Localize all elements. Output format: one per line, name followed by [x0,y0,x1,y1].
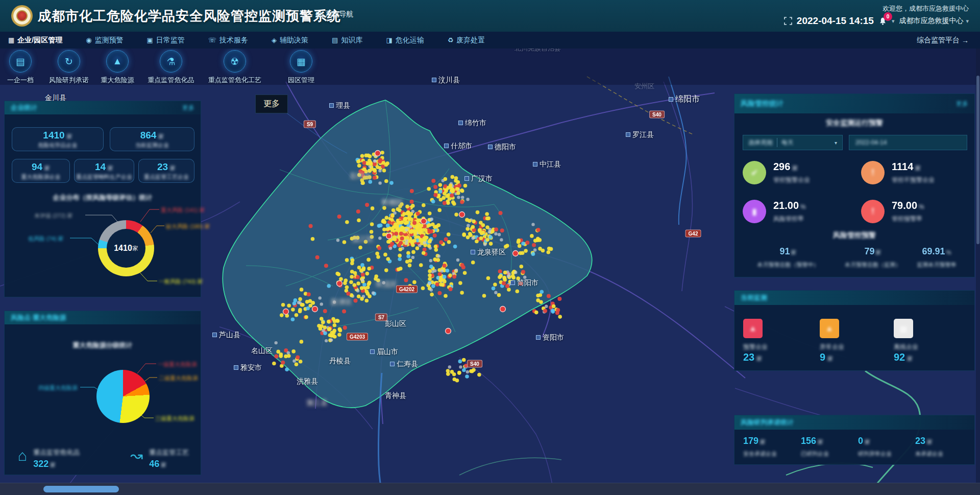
stat-box[interactable]: 23家 重点监管工艺企业 [138,159,194,183]
system-nav-button[interactable]: ⊞ 系统导航 [312,9,357,19]
period-select-value: 每天 [781,138,794,147]
map-label: 仁寿县 [390,360,418,369]
enterprise-risk-donut-wrap: 1410 家 [98,220,154,276]
nav-item-icon: ▦ [8,36,14,44]
commitment-kpi-value: 23 [915,436,925,446]
subnav: ▤ 一企一档 ↻ 风险研判承诺 ▲ 重大危险源 ⚗ 重点监管危化品 ☢ 重点监管… [0,50,357,87]
subnav-item-icon: ↻ [58,50,80,73]
kpi-label: 风险管控率 [773,215,806,223]
datetime: 2022-04-15 14:15 [797,15,874,27]
subnav-item-label: 重点监管危化工艺 [199,76,271,85]
subnav-item[interactable]: ⚗ 重点监管危化品 [135,50,207,85]
hazard-kpi-value: 46 [149,459,159,469]
arrow-right-icon: → [962,36,969,44]
platform-link[interactable]: 综合监管平台 → [914,35,972,45]
commitment-kpi-label: 已研判企业 [801,450,857,458]
horizontal-scrollbar-thumb[interactable] [43,486,119,492]
nav-item[interactable]: ◉ 监测预警 [86,36,123,45]
fullscreen-icon[interactable] [784,17,792,25]
nav-item[interactable]: ▤ 知识库 [332,36,362,45]
map-label: 什邡市 [444,142,472,151]
map-label: 蒲江县 [306,398,328,408]
subnav-item[interactable]: ▦ 园区管理 [265,50,337,85]
panel-header: 风险研判承诺统计 [734,415,974,430]
map-label: 德阳市 [488,143,516,152]
hazard-kpi-value: 322 [33,459,48,469]
kpi-label: 管控不预警企业 [892,176,935,184]
stat-label: 危险化学品企业 [12,142,103,149]
subnav-item[interactable]: ☢ 重点监管危化工艺 [199,50,271,85]
vertical-scrollbar-thumb[interactable] [976,76,979,244]
monitoring-kpi-icon: ▲ [820,319,839,338]
hazard-kpi: ↝ 重点监管工艺 46家 [130,448,189,469]
kpi-icon: ▮ [743,200,766,223]
panel-title: 风险管控统计 [741,99,783,108]
kpi-value: 1114 [892,161,913,172]
subnav-item-icon: ☢ [224,50,246,73]
stat-box[interactable]: 94家 重大危险源企业 [12,159,70,183]
bottom-bar [0,483,980,495]
stat-label: 监测本月预警率 [906,261,967,269]
nav-item[interactable]: ♻ 废弃处置 [448,36,485,45]
nav-item[interactable]: ◨ 危化运输 [386,36,424,45]
stat-box[interactable]: 14家 重点监管物料生产企业 [74,159,134,183]
map-label: 彭山区 [385,319,406,328]
stat-box[interactable]: 864家 当前监测企业 [110,127,194,151]
legend-item: 一级重大危险源 [158,361,197,368]
kpi-label: 管控预警企业 [773,176,810,184]
legend-item: 较大风险 (180) 家 [166,223,210,230]
legend-item: 低风险 (74) 家 [28,235,64,243]
panel-header: 当前监测 [734,291,974,305]
map-label: 洪雅县 [297,377,318,386]
nav-item[interactable]: ◈ 辅助决策 [272,36,308,45]
platform-link-label: 综合监管平台 [917,36,960,45]
nav-item[interactable]: ☏ 技术服务 [208,36,248,45]
subnav-item-label: 园区管理 [265,76,337,85]
donut-chart-title: 企业分布（按风险等级评估）统计 [5,193,201,202]
monitoring-kpi-icon: ▦ [894,319,913,338]
notification-bell-icon[interactable]: 0 [878,17,887,26]
map-more-button[interactable]: 更多 [255,95,288,113]
commitment-kpi: 0家 研判异常企业 [858,436,914,458]
kpi-label: 管控报警率 [892,215,924,223]
stat-item: 91家 本月预警总数（预警中） [750,246,826,269]
panel-more-link[interactable]: 更多 [956,100,968,108]
commitment-kpi: 23家 未承诺企业 [915,436,971,458]
panel-enterprise-stats: 企业统计 更多 1410家 危险化学品企业 864家 当前监测企业 94家 重大… [4,101,201,297]
map-label: 中江县 [533,160,561,169]
emblem-inner [16,10,28,21]
commitment-kpi-value: 156 [801,436,816,446]
panel-commitment-stats: 风险研判承诺统计 179家 安全承诺企业 156家 已研判企业 0家 研判异常企… [734,415,975,465]
nav-item-icon: ♻ [448,36,454,44]
stat-value: 864 [140,130,157,140]
nav-item[interactable]: ▣ 日常监管 [147,36,185,45]
nav-item-icon: ◉ [86,36,91,44]
panel-header: 企业统计 更多 [5,101,201,114]
map-label: 简阳市 [510,278,538,288]
nav-item-label: 企业/园区管理 [17,36,62,45]
stat-value: 14 [95,161,106,172]
monitoring-kpi-label: 预警企业 [743,343,815,351]
stat-label: 重点监管物料生产企业 [75,173,134,181]
hazard-kpi: ⌂ 重点监管危化品 322家 [18,448,80,469]
nav-item[interactable]: ▦ 企业/园区管理 [8,36,62,45]
user-name: 成都市应急救援中心 [899,16,963,26]
map-label: 丹棱县 [329,357,351,366]
stat-box[interactable]: 1410家 危险化学品企业 [12,127,104,151]
kpi-item: ▮ 21.00% 风险管控率 [743,195,861,228]
user-menu[interactable]: 成都市应急救援中心 ▾ [899,16,969,26]
nav-item-label: 废弃处置 [456,36,485,45]
vertical-scrollbar[interactable] [976,45,980,483]
kpi-item: ✔ 296家 管控预警企业 [743,156,861,189]
road-shield-badge: S9 [304,121,316,128]
stat-item: 79家 本月预警总数（监测） [835,246,911,269]
monitoring-kpi-label: 离线企业 [894,343,965,351]
stat-value: 94 [32,161,42,172]
road-shield-badge: S7 [375,314,387,321]
date-input[interactable]: 2022-04-14 [849,135,967,150]
nav-item-icon: ☏ [208,36,216,44]
nav-item-label: 知识库 [341,36,362,45]
panel-more-link[interactable]: 更多 [182,104,194,112]
period-select[interactable]: 选择周期 每天 ▾ [743,135,843,150]
map-label: 芦山县 [212,331,240,340]
